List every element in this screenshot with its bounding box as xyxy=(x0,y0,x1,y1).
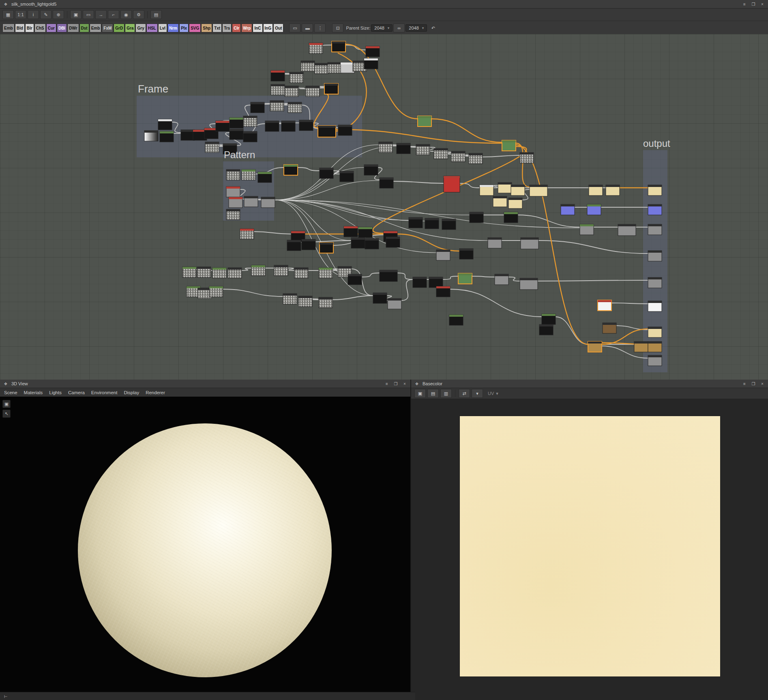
graph-node[interactable] xyxy=(315,63,328,74)
shelf-button-dbl[interactable]: DBl xyxy=(57,24,67,32)
graph-node[interactable] xyxy=(470,212,483,223)
graph-node[interactable] xyxy=(379,142,393,152)
graph-node[interactable] xyxy=(488,238,502,248)
menu-lights[interactable]: Lights xyxy=(49,390,62,395)
node-wire[interactable] xyxy=(483,155,520,157)
graph-node[interactable] xyxy=(530,185,547,196)
graph-node[interactable] xyxy=(580,224,594,235)
node-wire[interactable] xyxy=(538,240,648,253)
graph-node[interactable] xyxy=(261,197,275,208)
shelf-button-nrm[interactable]: Nrm xyxy=(167,24,179,32)
shelf-button-out[interactable]: Out xyxy=(273,24,283,32)
graph-node[interactable] xyxy=(495,274,508,285)
graph-node[interactable] xyxy=(416,144,430,155)
node-wire[interactable] xyxy=(611,303,648,304)
edit-icon[interactable]: ✎ xyxy=(40,10,51,19)
node-wire[interactable] xyxy=(275,180,380,200)
graph-node[interactable] xyxy=(469,153,483,164)
graph-node[interactable] xyxy=(351,238,365,248)
dock-icon[interactable]: ≡ xyxy=(741,382,748,386)
node-wire[interactable] xyxy=(333,296,373,300)
stack-view-icon[interactable]: ▤ xyxy=(427,389,439,398)
graph-node[interactable] xyxy=(589,185,603,195)
graph-node[interactable] xyxy=(348,274,362,285)
transform-dropdown-icon[interactable]: ▾ xyxy=(472,389,483,398)
node-wire[interactable] xyxy=(450,289,542,317)
shelf-button-inc[interactable]: InC xyxy=(253,24,262,32)
graph-node[interactable] xyxy=(386,237,400,247)
graph-node[interactable] xyxy=(332,41,345,52)
graph-node[interactable] xyxy=(283,294,297,304)
graph-node[interactable] xyxy=(648,204,662,215)
dock-icon[interactable]: ≡ xyxy=(384,382,390,386)
graph-node[interactable] xyxy=(539,324,553,335)
graph-node[interactable] xyxy=(242,170,255,180)
graph-node[interactable] xyxy=(212,268,226,278)
graph-node[interactable] xyxy=(230,118,243,128)
graph-node[interactable] xyxy=(318,126,336,137)
search-icon[interactable]: ⊕ xyxy=(53,10,64,19)
graph-node[interactable] xyxy=(648,224,662,235)
graph-node[interactable] xyxy=(587,204,601,215)
float-icon[interactable]: ❐ xyxy=(750,2,757,6)
graph-node[interactable] xyxy=(271,71,285,81)
link-size-icon[interactable]: ∞ xyxy=(393,24,405,32)
select-cursor-icon[interactable]: ↖ xyxy=(2,410,11,418)
graph-node[interactable] xyxy=(338,125,352,135)
info-icon[interactable]: i xyxy=(28,10,39,19)
node-wire[interactable] xyxy=(508,277,520,281)
graph-node[interactable] xyxy=(588,341,602,352)
more-options-icon[interactable]: ⋮ xyxy=(314,24,326,32)
graph-node[interactable] xyxy=(520,278,538,290)
graph-node[interactable] xyxy=(418,116,431,127)
node-body[interactable] xyxy=(444,176,460,192)
shelf-button-cur[interactable]: Cur xyxy=(46,24,56,32)
shelf-button-emb[interactable]: Emb xyxy=(2,24,15,32)
menu-environment[interactable]: Environment xyxy=(91,390,118,395)
frame-all-icon[interactable]: ▣ xyxy=(70,10,82,19)
graph-node[interactable] xyxy=(373,293,387,303)
thumbnail-mode-icon[interactable]: ▤ xyxy=(150,10,162,19)
graph-node[interactable] xyxy=(458,273,472,284)
shelf-button-fxm[interactable]: FxM xyxy=(102,24,113,32)
node-wire[interactable] xyxy=(534,280,648,281)
shelf-button-plx[interactable]: Plx xyxy=(179,24,189,32)
node-wire[interactable] xyxy=(556,317,588,344)
node-wire[interactable] xyxy=(319,86,325,88)
node-graph-canvas[interactable]: FramePatternoutput xyxy=(0,34,768,380)
graph-node[interactable] xyxy=(265,121,279,131)
graph-node[interactable] xyxy=(209,286,223,297)
node-wire[interactable] xyxy=(298,88,306,89)
geometry-icon[interactable]: ▣ xyxy=(2,400,11,408)
menu-scene[interactable]: Scene xyxy=(4,390,17,395)
graph-node[interactable] xyxy=(340,171,354,182)
node-wire[interactable] xyxy=(393,181,444,183)
graph-node[interactable] xyxy=(542,314,556,324)
node-wire[interactable] xyxy=(518,215,580,227)
shelf-button-ing[interactable]: InG xyxy=(263,24,273,32)
graph-node[interactable] xyxy=(648,251,662,261)
graph-node[interactable] xyxy=(229,197,242,208)
graph-node[interactable] xyxy=(160,131,174,142)
float-icon[interactable]: ❐ xyxy=(393,382,399,386)
shelf-button-svg[interactable]: SVG xyxy=(189,24,201,32)
graph-node[interactable] xyxy=(182,267,196,277)
graph-node[interactable] xyxy=(502,140,516,151)
graph-node[interactable] xyxy=(251,265,265,276)
graph-node[interactable] xyxy=(429,277,443,288)
graph-node[interactable] xyxy=(216,121,230,131)
graph-node[interactable] xyxy=(444,176,460,192)
graph-node[interactable] xyxy=(436,286,450,297)
shelf-button-emb[interactable]: Emb xyxy=(90,24,102,32)
graph-node[interactable] xyxy=(197,267,211,277)
node-wire[interactable] xyxy=(312,299,319,300)
shelf-button-hsl[interactable]: HSL xyxy=(146,24,158,32)
graph-node[interactable] xyxy=(449,315,463,325)
color-picker-icon[interactable]: ◉ xyxy=(120,10,132,19)
graph-node[interactable] xyxy=(598,300,611,311)
node-wire[interactable] xyxy=(333,269,338,271)
graph-node[interactable] xyxy=(397,143,410,154)
node-wire[interactable] xyxy=(362,273,380,277)
node-wire[interactable] xyxy=(431,119,502,142)
graph-node[interactable] xyxy=(287,240,301,251)
